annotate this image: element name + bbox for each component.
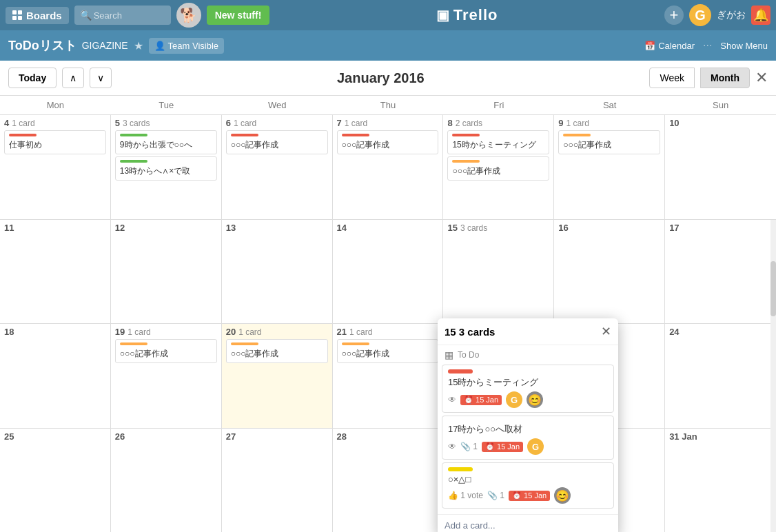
day-8[interactable]: 82 cards 15時からミーティング ○○○記事作成 bbox=[443, 115, 554, 219]
popup-title: 15 3 cards bbox=[445, 326, 495, 338]
day-20[interactable]: 201 card ○○○記事作成 bbox=[222, 324, 333, 428]
add-button[interactable]: + bbox=[664, 6, 684, 25]
card-mini[interactable]: ○○○記事作成 bbox=[226, 339, 328, 363]
list-name: To Do bbox=[458, 350, 479, 360]
day-31[interactable]: 31 Jan bbox=[665, 429, 776, 533]
day-27[interactable]: 27 bbox=[222, 429, 333, 533]
day-num-20: 201 card bbox=[226, 327, 328, 337]
show-menu-button[interactable]: Show Menu bbox=[720, 41, 768, 51]
day-15[interactable]: 153 cards bbox=[443, 220, 554, 324]
card-mini[interactable]: ○○○記事作成 bbox=[558, 130, 660, 154]
card-mini[interactable]: 13時からへ∧×で取 bbox=[115, 156, 217, 181]
day-4[interactable]: 41 card 仕事初め bbox=[0, 115, 111, 219]
top-navbar: Boards 🔍 🐕 New stuff! ▣ Trello + G ぎがお 🔔 bbox=[0, 0, 776, 30]
day-num-15: 153 cards bbox=[447, 223, 549, 233]
day-num-21: 211 card bbox=[337, 327, 439, 337]
day-num-6: 61 card bbox=[226, 118, 328, 128]
day-24[interactable]: 24 bbox=[665, 324, 776, 428]
calendar-scrollbar[interactable] bbox=[770, 220, 776, 532]
day-num-26: 26 bbox=[115, 431, 217, 442]
due-badge-2: ⏰ 15 Jan bbox=[482, 442, 523, 452]
prev-arrow-button[interactable]: ∧ bbox=[62, 68, 84, 88]
card-mini[interactable]: ○○○記事作成 bbox=[115, 339, 217, 363]
popup-header: 15 3 cards ✕ bbox=[438, 318, 618, 345]
day-7[interactable]: 71 card ○○○記事作成 bbox=[333, 115, 444, 219]
day-num-31: 31 Jan bbox=[669, 431, 772, 442]
calendar-controls: Today ∧ ∨ January 2016 Week Month ✕ bbox=[0, 61, 776, 96]
user-avatar[interactable]: G bbox=[689, 4, 711, 26]
day-num-16: 16 bbox=[558, 223, 660, 233]
user-avatar-photo-3: 😊 bbox=[554, 487, 571, 504]
dog-mascot: 🐕 bbox=[176, 3, 201, 28]
day-14[interactable]: 14 bbox=[333, 220, 444, 324]
card-mini[interactable]: ○○○記事作成 bbox=[337, 130, 439, 154]
today-button[interactable]: Today bbox=[8, 68, 57, 88]
new-stuff-button[interactable]: New stuff! bbox=[207, 6, 270, 25]
card-mini[interactable]: 9時から出張で○○へ bbox=[115, 130, 217, 154]
nav-right-section: + G ぎがお 🔔 bbox=[664, 4, 770, 26]
month-view-button[interactable]: Month bbox=[700, 68, 750, 88]
card-mini[interactable]: 15時からミーティング bbox=[447, 130, 549, 154]
day-11[interactable]: 11 bbox=[0, 220, 111, 324]
search-icon: 🔍 bbox=[80, 10, 92, 21]
day-19[interactable]: 191 card ○○○記事作成 bbox=[111, 324, 222, 428]
add-card-link[interactable]: Add a card... bbox=[438, 514, 618, 532]
day-25[interactable]: 25 bbox=[0, 429, 111, 533]
close-calendar-button[interactable]: ✕ bbox=[755, 69, 768, 87]
day-10[interactable]: 10 bbox=[665, 115, 776, 219]
list-icon: ▦ bbox=[445, 349, 453, 360]
show-menu-label: Show Menu bbox=[720, 41, 768, 51]
eye-icon-2: 👁 bbox=[448, 442, 456, 451]
card-mini[interactable]: ○○○記事作成 bbox=[447, 156, 549, 181]
notifications-bell[interactable]: 🔔 bbox=[751, 6, 770, 25]
day-num-10: 10 bbox=[669, 118, 772, 128]
popup-card-title-2: 17時から○○へ取材 bbox=[448, 423, 608, 436]
day-num-17: 17 bbox=[669, 223, 772, 233]
calendar-button[interactable]: 📅 Calendar bbox=[644, 41, 695, 51]
due-badge-1: ⏰ 15 Jan bbox=[460, 395, 502, 405]
popup-card-title-3: ○×△□ bbox=[448, 474, 608, 484]
day-header-mon: Mon bbox=[0, 96, 111, 114]
week-row-2: 11 12 13 14 153 cards 16 bbox=[0, 220, 776, 325]
day-17[interactable]: 17 bbox=[665, 220, 776, 324]
popup-close-button[interactable]: ✕ bbox=[601, 324, 611, 339]
board-navbar: ToDoリスト GIGAZINE ★ 👤 Team Visible 📅 Cale… bbox=[0, 30, 776, 61]
day-21[interactable]: 211 card ○○○記事作成 bbox=[333, 324, 444, 428]
next-arrow-button[interactable]: ∨ bbox=[90, 68, 112, 88]
day-16[interactable]: 16 bbox=[554, 220, 665, 324]
week-view-button[interactable]: Week bbox=[649, 68, 695, 88]
day-9[interactable]: 91 card ○○○記事作成 bbox=[554, 115, 665, 219]
popup-card-count: 3 cards bbox=[459, 326, 496, 338]
boards-grid-icon bbox=[12, 10, 22, 20]
popup-card-2[interactable]: 17時から○○へ取材 👁 📎 1 ⏰ 15 Jan G bbox=[442, 416, 614, 460]
popup-card-meta-2: 👁 📎 1 ⏰ 15 Jan G bbox=[448, 438, 608, 455]
day-26[interactable]: 26 bbox=[111, 429, 222, 533]
trello-label: Trello bbox=[453, 6, 498, 24]
day-header-wed: Wed bbox=[222, 96, 333, 114]
popup-card-meta-3: 👍 1 vote 📎 1 ⏰ 15 Jan 😊 bbox=[448, 487, 608, 504]
star-icon[interactable]: ★ bbox=[134, 39, 143, 52]
card-mini[interactable]: 仕事初め bbox=[4, 130, 106, 154]
day-13[interactable]: 13 bbox=[222, 220, 333, 324]
visibility-label: Team Visible bbox=[168, 41, 218, 51]
day-18[interactable]: 18 bbox=[0, 324, 111, 428]
week-row-3: 18 191 card ○○○記事作成 201 card ○○○記事作成 211… bbox=[0, 324, 776, 429]
scrollbar-thumb[interactable] bbox=[770, 261, 776, 316]
board-name[interactable]: GIGAZINE bbox=[82, 40, 128, 51]
popup-card-3[interactable]: ○×△□ 👍 1 vote 📎 1 ⏰ 15 Jan 😊 bbox=[442, 462, 614, 509]
day-12[interactable]: 12 bbox=[111, 220, 222, 324]
day-6[interactable]: 61 card ○○○記事作成 bbox=[222, 115, 333, 219]
day-header-sat: Sat bbox=[554, 96, 665, 114]
day-5[interactable]: 53 cards 9時から出張で○○へ 13時からへ∧×で取 bbox=[111, 115, 222, 219]
card-mini[interactable]: ○○○記事作成 bbox=[226, 130, 328, 154]
card-mini[interactable]: ○○○記事作成 bbox=[337, 339, 439, 363]
boards-button[interactable]: Boards bbox=[6, 7, 69, 24]
visibility-button[interactable]: 👤 Team Visible bbox=[149, 38, 224, 54]
day-header-tue: Tue bbox=[111, 96, 222, 114]
day-num-13: 13 bbox=[226, 223, 328, 233]
day-num-24: 24 bbox=[669, 327, 772, 337]
popup-card-1[interactable]: 15時からミーティング 👁 ⏰ 15 Jan G 😊 bbox=[442, 365, 614, 413]
vote-icon: 👍 1 vote bbox=[448, 491, 483, 500]
day-28[interactable]: 28 bbox=[333, 429, 444, 533]
calendar-wrapper: Today ∧ ∨ January 2016 Week Month ✕ Mon … bbox=[0, 61, 776, 532]
